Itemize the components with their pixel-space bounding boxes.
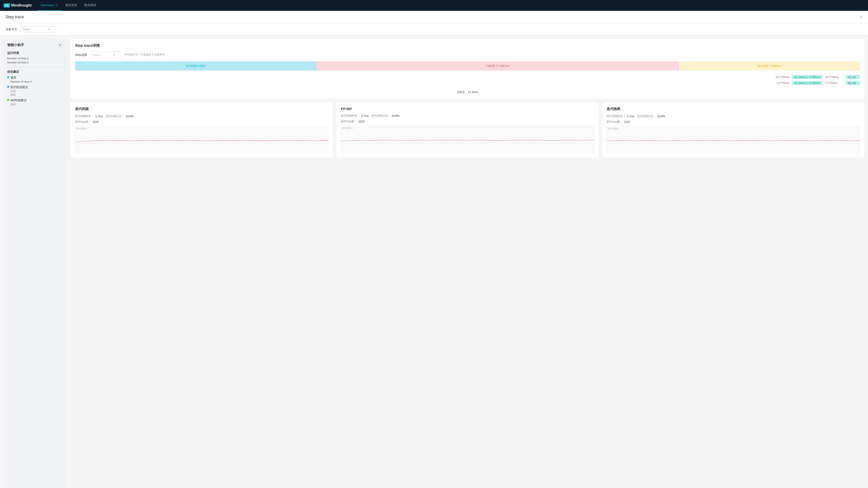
metric-label-interval-len: 迭代间隔时长： — [75, 114, 94, 118]
metric-label-fpbp-ratio: 迭代间隔占比： — [371, 114, 391, 118]
chart-svg-interval — [75, 126, 328, 153]
opt-group-general: 通用 Number of Host 4 — [7, 76, 63, 84]
step-chevron-down-icon: ▾ — [114, 54, 115, 56]
tab-summary[interactable]: Summary列表 — [37, 0, 62, 11]
metric-row-1a: 迭代间隔时长： 1.7ms 迭代间隔占比： 10.8% — [75, 114, 328, 118]
metric-value-interval-step: 1223 — [92, 121, 98, 124]
logo-plus: + — [10, 2, 11, 5]
sidebar-title: 智能小助手 — [7, 43, 24, 47]
opt-group-general-sub: Number of Host 4 — [10, 80, 32, 84]
step-row1-chip1: all_reduce_1 3.7681ms — [792, 75, 822, 79]
metric-value-fpbp-step: 1223 — [358, 120, 364, 123]
chart-title-tail: 迭代间隔ms — [608, 127, 619, 130]
metric-value-interval-len: 1.7ms — [95, 115, 103, 118]
metric-row-2a: 迭代间隔时长： 1.7ms 迭代间隔占比： 10.8% — [341, 114, 594, 118]
top-navigation: [M] + MindInsight Summary列表 模型溯源 数据溯源 — [0, 0, 868, 11]
chart-svg-tail — [607, 126, 860, 153]
tab-model[interactable]: 模型溯源 — [62, 0, 81, 11]
metric-label-tail-ratio: 迭代间隔占比： — [637, 114, 656, 118]
right-content: Step trace详情 Step选择 Select ▾ 平均值作为一个选项在下… — [70, 39, 864, 488]
card-select-dropdown[interactable]: Select ▾ — [20, 26, 56, 32]
metric-card-tail-title: 迭代拖尾 — [607, 107, 860, 111]
env-item-2: Number of Host 4 — [7, 61, 63, 64]
metric-card-interval-title: 迭代间隔 — [75, 107, 328, 111]
brand-name: MindInsight — [11, 3, 32, 7]
metric-card-tail: 迭代拖尾 迭代间隔时长： 1.7ms 迭代间隔占比： 10.8% 耗时step数… — [602, 102, 864, 158]
step-row2-left-time: 9.77795ms — [771, 82, 789, 84]
opt-group-iter-content: 迭代轨迹建议 1XX 2XX — [10, 85, 28, 96]
step-row1-right-time: 10.77795ms — [825, 76, 843, 78]
opt-section: 优化建议 通用 Number of Host 4 迭代轨迹建议 1XX 2XX — [7, 70, 63, 106]
step-row2-right-time: 7.77795ms — [825, 82, 843, 84]
sidebar-title-row: 智能小助手 ⊠ — [7, 42, 63, 47]
timeline-label-blue: 迭代间隔 9.6564 — [186, 64, 206, 68]
mini-chart-fpbp: 迭代间隔ms — [341, 126, 594, 153]
mini-chart-tail: 迭代间隔ms — [607, 126, 860, 153]
metric-value-tail-step: 1223 — [624, 121, 630, 124]
metric-value-tail-len: 1.7ms — [627, 115, 634, 118]
opt-group-md-sub: 1XX — [10, 103, 27, 106]
metric-item-tail-len: 迭代间隔时长： 1.7ms — [607, 114, 634, 118]
metric-label-fpbp-len: 迭代间隔时长： — [341, 114, 360, 118]
opt-group-md-content: MD性能建议 1XX — [10, 98, 27, 106]
timeline-segment-pink: FN&PB 17.5082ms — [316, 61, 679, 70]
card-selector-label: 当前卡片 — [5, 27, 17, 31]
metric-card-interval: 迭代间隔 迭代间隔时长： 1.7ms 迭代间隔占比： 10.8% 耗时step数… — [70, 102, 333, 158]
metric-row-1b: 耗时step数： 1223 — [75, 120, 328, 124]
metric-value-tail-ratio: 10.8% — [657, 115, 665, 118]
mini-chart-interval: 迭代间隔ms — [75, 126, 328, 153]
logo-box: [M] + — [4, 3, 10, 7]
step-select-placeholder: Select — [92, 53, 100, 57]
sidebar: 智能小助手 ⊠ 运行环境 Number of Host 4 Number of … — [4, 39, 67, 488]
step-row2-chip1: all_reduce_1 4.7681ms — [792, 81, 822, 85]
tab-model-label: 模型溯源 — [65, 3, 77, 7]
step-row1-chip2: all_red... — [846, 75, 860, 79]
bottom-cards: 迭代间隔 迭代间隔时长： 1.7ms 迭代间隔占比： 10.8% 耗时step数… — [70, 102, 864, 158]
metric-label-interval-ratio: 迭代间隔占比： — [105, 114, 125, 118]
chevron-down-icon: ▾ — [49, 28, 50, 31]
timeline-bar: 迭代间隔 9.6564 FN&PB 17.5082ms 迭代拖尾 5.6395m… — [75, 61, 860, 70]
metric-value-fpbp-ratio: 10.8% — [392, 114, 399, 118]
opt-group-iter-sub2: 2XX — [10, 93, 28, 96]
metric-item-interval-step: 耗时step数： 1223 — [75, 120, 98, 124]
opt-group-iter: 迭代轨迹建议 1XX 2XX — [7, 85, 63, 96]
opt-group-general-content: 通用 Number of Host 4 — [10, 76, 32, 84]
opt-group-iter-sub1: 1XX — [10, 90, 28, 93]
chart-title-fpbp: 迭代间隔ms — [342, 127, 353, 130]
tab-summary-sub: 列表 — [53, 4, 58, 6]
timeline-segment-yellow: 迭代拖尾 5.6395ms — [679, 61, 860, 70]
metric-item-fpbp-len: 迭代间隔时长： 1.7ms — [341, 114, 369, 118]
tab-data[interactable]: 数据溯源 — [81, 0, 100, 11]
close-button[interactable]: × — [860, 14, 863, 20]
step-row1-left-time: 10.77795ms — [771, 76, 789, 78]
main-content: 智能小助手 ⊠ 运行环境 Number of Host 4 Number of … — [0, 35, 868, 488]
opt-group-general-name: 通用 — [10, 76, 32, 80]
dot-cyan — [7, 76, 9, 78]
step-select-label: Step选择 — [75, 53, 87, 57]
metric-row-3a: 迭代间隔时长： 1.7ms 迭代间隔占比： 10.8% — [607, 114, 860, 118]
total-time-row: 总时长：32.8041 — [75, 90, 860, 94]
metric-item-fpbp-step: 耗时step数： 1223 — [341, 120, 364, 123]
dot-blue — [7, 86, 9, 88]
nav-tabs: Summary列表 模型溯源 数据溯源 — [37, 0, 100, 11]
metric-label-tail-step: 耗时step数： — [607, 120, 623, 124]
logo-text: [M] — [5, 4, 9, 7]
metric-value-fpbp-len: 1.7ms — [361, 114, 369, 118]
metric-label-interval-step: 耗时step数： — [75, 120, 91, 124]
detail-card-title: Step trace详情 — [75, 43, 860, 48]
step-select-dropdown[interactable]: Select ▾ — [90, 52, 121, 58]
chart-svg-fpbp — [341, 126, 594, 153]
sidebar-collapse-button[interactable]: ⊠ — [57, 42, 63, 47]
metric-row-3b: 耗时step数： 1223 — [607, 120, 860, 124]
metric-card-fpbp-title: FP+BP — [341, 107, 594, 111]
metric-label-tail-len: 迭代间隔时长： — [607, 114, 626, 118]
tab-data-label: 数据溯源 — [84, 3, 96, 7]
tab-summary-label: Summary列表 — [41, 3, 58, 7]
metric-item-interval-ratio: 迭代间隔占比： 10.8% — [105, 114, 133, 118]
timeline-segment-blue: 迭代间隔 9.6564 — [75, 61, 316, 70]
metric-label-fpbp-step: 耗时step数： — [341, 120, 357, 123]
metric-value-interval-ratio: 10.8% — [126, 115, 133, 118]
opt-group-md: MD性能建议 1XX — [7, 98, 63, 106]
opt-section-title: 优化建议 — [7, 70, 63, 74]
brand-logo: [M] + MindInsight — [4, 3, 32, 7]
